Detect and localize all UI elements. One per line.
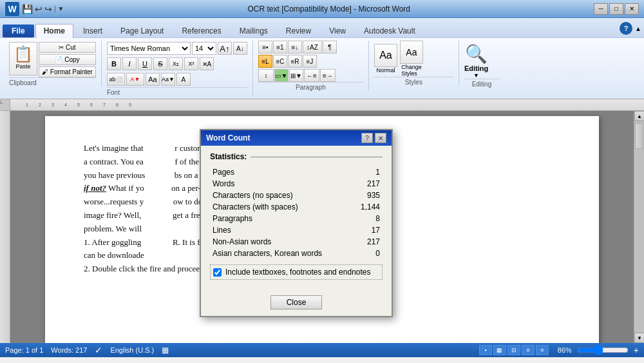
vertical-ruler xyxy=(0,111,10,343)
maximize-button[interactable]: □ xyxy=(609,3,623,15)
save-button[interactable]: 💾 xyxy=(22,4,33,14)
tab-references[interactable]: References xyxy=(173,24,229,37)
font-color-row: ab⬜ A▼ Aa Aa▼ A xyxy=(107,73,247,86)
stats-label: Pages xyxy=(210,166,352,178)
multilevel-button[interactable]: ≡↓ xyxy=(288,41,302,54)
dialog-help-button[interactable]: ? xyxy=(361,133,373,143)
bullets-button[interactable]: ≡• xyxy=(258,41,272,54)
editing-group: 🔍 Editing ▼ Editing xyxy=(459,41,504,88)
dialog-close-x-button[interactable]: ✕ xyxy=(375,133,386,143)
vertical-scrollbar[interactable]: ▲ ▼ xyxy=(634,111,644,343)
font-color-button[interactable]: A▼ xyxy=(126,73,144,86)
web-layout-button[interactable]: ⊟ xyxy=(507,345,520,355)
grow-font-button[interactable]: A↑ xyxy=(218,42,232,55)
dialog-titlebar: Word Count ? ✕ xyxy=(201,130,392,146)
quick-access-toolbar: 💾 ↩ ↪ | ▼ xyxy=(22,4,64,14)
italic-button[interactable]: I xyxy=(122,57,137,70)
clipboard-small-buttons: ✂ Cut 📄 Copy 🖌 Format Painter xyxy=(39,42,96,77)
include-textboxes-checkbox[interactable] xyxy=(213,268,222,277)
underline-button[interactable]: U xyxy=(138,57,152,70)
show-hide-button[interactable]: ¶ xyxy=(323,41,337,54)
stats-label: Non-Asian words xyxy=(210,236,352,248)
undo-button[interactable]: ↩ xyxy=(35,4,43,14)
horizontal-ruler: L 1 2 3 4 5 6 7 8 9 xyxy=(0,99,644,111)
font-label: Font xyxy=(107,87,247,96)
clear-format-button[interactable]: ✕A xyxy=(200,57,214,70)
border-button[interactable]: ⊞▼ xyxy=(289,69,303,82)
stats-value: 8 xyxy=(352,213,383,224)
numbering-button[interactable]: ≡1 xyxy=(273,41,287,54)
change-case-button[interactable]: Aa▼ xyxy=(161,73,175,86)
quick-style-normal-button[interactable]: Aa Normal xyxy=(374,44,397,74)
tab-file[interactable]: File xyxy=(3,25,34,37)
tab-mailings[interactable]: Mailings xyxy=(231,24,276,37)
text-highlight-button[interactable]: ab⬜ xyxy=(107,73,125,86)
outline-button[interactable]: ≡ xyxy=(522,345,535,355)
close-dialog-button[interactable]: Close xyxy=(270,295,323,309)
customize-button[interactable]: ▼ xyxy=(58,5,64,12)
redo-button[interactable]: ↪ xyxy=(44,4,52,14)
stats-value: 17 xyxy=(352,224,383,236)
stats-row: Asian characters, Korean words0 xyxy=(210,248,383,259)
quick-style-normal-icon: Aa xyxy=(374,44,397,67)
cut-button[interactable]: ✂ Cut xyxy=(39,42,96,53)
text-effects-button[interactable]: A xyxy=(176,73,191,86)
change-styles-label: ChangeStyles xyxy=(401,64,422,77)
font-selector-row: Times New Roman 14 A↑ A↓ xyxy=(107,42,247,55)
editing-label: Editing xyxy=(464,64,488,72)
superscript-button[interactable]: X² xyxy=(184,57,198,70)
justify-button[interactable]: ≡J xyxy=(303,55,317,68)
tab-home[interactable]: Home xyxy=(35,24,73,38)
shrink-font-button[interactable]: A↓ xyxy=(233,42,247,55)
scroll-up-arrow[interactable]: ▲ xyxy=(634,111,644,121)
view-buttons: ▪ ▦ ⊟ ≡ ≡ xyxy=(479,345,549,355)
scroll-thumb[interactable] xyxy=(635,123,643,149)
align-right-button[interactable]: ≡R xyxy=(288,55,302,68)
tab-autodesk[interactable]: Autodesk Vault xyxy=(355,24,424,37)
scroll-down-arrow[interactable]: ▼ xyxy=(634,333,644,343)
font-name-select[interactable]: Times New Roman xyxy=(107,42,191,55)
zoom-in-button[interactable]: + xyxy=(634,345,639,355)
stats-value: 0 xyxy=(352,248,383,259)
stats-label: Paragraphs xyxy=(210,213,352,224)
shading-button[interactable]: ▭▼ xyxy=(274,69,289,82)
paste-button[interactable]: 📋 Paste xyxy=(9,42,37,75)
print-layout-button[interactable]: ▪ xyxy=(479,345,492,355)
subscript-button[interactable]: X₂ xyxy=(169,57,183,70)
tab-page-layout[interactable]: Page Layout xyxy=(112,24,172,37)
tab-review[interactable]: Review xyxy=(278,24,319,37)
minimize-button[interactable]: ─ xyxy=(594,3,608,15)
word-count-dialog[interactable]: Word Count ? ✕ Statistics: Pages1Words21… xyxy=(200,129,393,317)
tab-view[interactable]: View xyxy=(321,24,354,37)
font-size-up-button[interactable]: Aa xyxy=(146,73,160,86)
draft-button[interactable]: ≡ xyxy=(536,345,549,355)
copy-button[interactable]: 📄 Copy xyxy=(39,54,96,65)
close-button[interactable]: ✕ xyxy=(625,3,639,15)
full-screen-button[interactable]: ▦ xyxy=(493,345,506,355)
tab-insert[interactable]: Insert xyxy=(75,24,111,37)
zoom-slider[interactable] xyxy=(577,346,629,354)
font-size-select[interactable]: 14 xyxy=(192,42,216,55)
styles-group: Aa Normal Aa ChangeStyles Styles xyxy=(369,41,459,86)
format-painter-button[interactable]: 🖌 Format Painter xyxy=(39,66,96,77)
help-button[interactable]: ? xyxy=(620,22,632,35)
font-group: Times New Roman 14 A↑ A↓ B I U S X₂ X² ✕… xyxy=(102,41,253,96)
stats-table: Pages1Words217Characters (no spaces)935C… xyxy=(210,166,383,259)
paragraph-row2: ≡L ≡C ≡R ≡J xyxy=(258,55,337,68)
status-left: Page: 1 of 1 Words: 217 ✓ English (U.S.)… xyxy=(5,345,169,355)
align-left-button[interactable]: ≡L xyxy=(258,55,272,68)
ruler-corner[interactable]: L xyxy=(0,99,10,110)
sort-button[interactable]: ↕AZ xyxy=(303,41,322,54)
line-spacing-button[interactable]: ↕ xyxy=(258,69,274,82)
dialog-footer: Close xyxy=(201,291,392,316)
change-styles-button[interactable]: Aa ChangeStyles xyxy=(400,41,423,77)
indent-decrease-button[interactable]: ←≡ xyxy=(304,69,319,82)
indent-increase-button[interactable]: ≡→ xyxy=(320,69,336,82)
stats-row: Characters (no spaces)935 xyxy=(210,190,383,201)
bold-button[interactable]: B xyxy=(107,57,121,70)
status-bar: Page: 1 of 1 Words: 217 ✓ English (U.S.)… xyxy=(0,343,644,357)
editing-dropdown-arrow[interactable]: ▼ xyxy=(473,72,479,79)
align-center-button[interactable]: ≡C xyxy=(273,55,287,68)
strikethrough-button[interactable]: S xyxy=(153,57,167,70)
collapse-ribbon-button[interactable]: ▲ xyxy=(635,25,641,32)
